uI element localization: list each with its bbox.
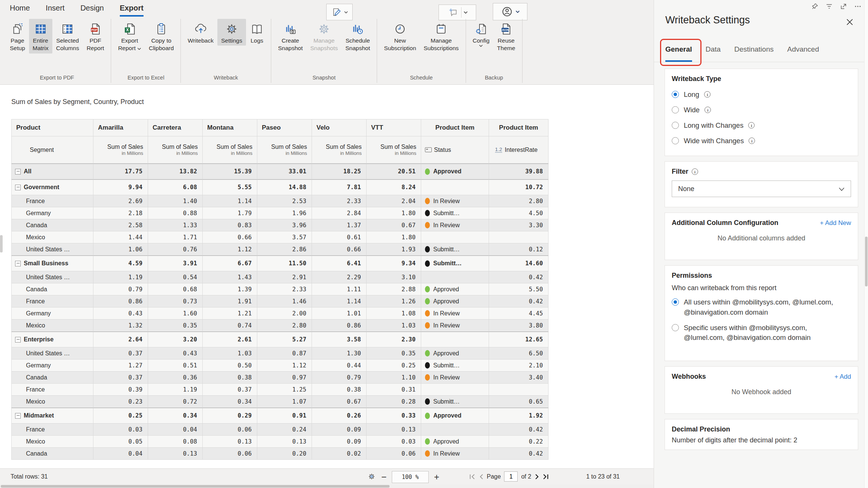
- matrix-interestrate-cell[interactable]: 12.65: [489, 332, 549, 347]
- matrix-status-cell[interactable]: Submitt…: [421, 207, 489, 219]
- matrix-row-header-mexico[interactable]: Mexico: [11, 436, 93, 448]
- matrix-value-cell[interactable]: 1.12: [257, 359, 312, 372]
- matrix-status-cell[interactable]: Approved: [421, 436, 489, 448]
- matrix-status-cell[interactable]: In Review: [421, 320, 489, 332]
- matrix-value-cell[interactable]: 1.12: [203, 243, 257, 255]
- matrix-measure-header[interactable]: Sum of Salesin Millions: [93, 136, 148, 164]
- ribbon-tab-insert[interactable]: Insert: [46, 4, 64, 17]
- user-account-button[interactable]: [493, 3, 527, 20]
- matrix-value-cell[interactable]: 0.68: [148, 283, 203, 295]
- ribbon-button-create-snapshot[interactable]: CreateSnapshot: [274, 19, 307, 54]
- matrix-value-cell[interactable]: 0.24: [257, 424, 312, 436]
- matrix-value-cell[interactable]: 0.38: [203, 372, 257, 384]
- matrix-value-cell[interactable]: 0.13: [367, 424, 421, 436]
- matrix-value-cell[interactable]: 6.67: [203, 255, 257, 271]
- matrix-row-header-small-business[interactable]: Small Business: [11, 255, 93, 271]
- matrix-value-cell[interactable]: 9.94: [93, 179, 148, 195]
- matrix-value-cell[interactable]: 1.26: [367, 295, 421, 307]
- matrix-interestrate-cell[interactable]: 0.12: [489, 243, 549, 255]
- permissions-option[interactable]: All users within @mobilitysys.com, @lume…: [672, 297, 851, 318]
- matrix-value-cell[interactable]: 20.51: [367, 164, 421, 179]
- matrix-value-cell[interactable]: 0.83: [203, 219, 257, 231]
- matrix-value-cell[interactable]: 2.88: [367, 283, 421, 295]
- matrix-row-header-united-states[interactable]: United States …: [11, 347, 93, 359]
- matrix-value-cell[interactable]: 2.64: [93, 332, 148, 347]
- matrix-value-cell[interactable]: 0.66: [203, 231, 257, 243]
- ribbon-button-export-report[interactable]: XExportReport: [114, 19, 145, 54]
- filter-icon[interactable]: [825, 2, 833, 10]
- last-page-icon[interactable]: [542, 474, 549, 480]
- matrix-value-cell[interactable]: 0.13: [148, 448, 203, 460]
- ribbon-button-pdf-report[interactable]: PDFPDFReport: [83, 19, 108, 54]
- matrix-row-header-germany[interactable]: Germany: [11, 359, 93, 372]
- radio-unselected[interactable]: [672, 137, 679, 144]
- matrix-value-cell[interactable]: 2.61: [203, 332, 257, 347]
- add-comment-button[interactable]: [439, 5, 476, 20]
- matrix-row-header-france[interactable]: France: [11, 295, 93, 307]
- page-input[interactable]: [504, 471, 518, 482]
- matrix-value-cell[interactable]: 0.20: [257, 448, 312, 460]
- matrix-value-cell[interactable]: 1.25: [257, 384, 312, 396]
- matrix-value-cell[interactable]: 0.08: [148, 436, 203, 448]
- matrix-value-cell[interactable]: 1.33: [148, 219, 203, 231]
- matrix-status-cell[interactable]: Submitt…: [421, 396, 489, 408]
- matrix-value-cell[interactable]: 0.86: [312, 320, 367, 332]
- matrix-interestrate-cell[interactable]: 0.42: [489, 295, 549, 307]
- matrix-value-cell[interactable]: 0.06: [203, 424, 257, 436]
- ribbon-button-new-subscription[interactable]: NewSubscription: [380, 19, 420, 54]
- matrix-value-cell[interactable]: 0.23: [93, 396, 148, 408]
- panel-tab-destinations[interactable]: Destinations: [734, 45, 774, 62]
- matrix-row-header-united-states[interactable]: United States …: [11, 271, 93, 283]
- collapse-icon[interactable]: [15, 185, 21, 190]
- panel-tab-data[interactable]: Data: [706, 45, 721, 62]
- edit-interactions-button[interactable]: [326, 4, 353, 20]
- horizontal-scrollbar-thumb[interactable]: [1, 485, 390, 488]
- collapse-icon[interactable]: [15, 169, 21, 174]
- matrix-value-cell[interactable]: 1.40: [148, 195, 203, 207]
- matrix-value-cell[interactable]: 0.06: [203, 448, 257, 460]
- matrix-interestrate-cell[interactable]: 6.50: [489, 347, 549, 359]
- matrix-value-cell[interactable]: 0.50: [203, 359, 257, 372]
- matrix-interestrate-cell[interactable]: 10.72: [489, 179, 549, 195]
- matrix-value-cell[interactable]: 1.80: [367, 231, 421, 243]
- matrix-column-header-product-item[interactable]: Product Item: [421, 119, 489, 136]
- matrix-value-cell[interactable]: 0.67: [312, 396, 367, 408]
- matrix-value-cell[interactable]: 0.13: [257, 436, 312, 448]
- matrix-status-cell[interactable]: Approved: [421, 164, 489, 179]
- matrix-value-cell[interactable]: 0.33: [367, 408, 421, 424]
- matrix-value-cell[interactable]: 1.06: [93, 243, 148, 255]
- matrix-row-header-canada[interactable]: Canada: [11, 448, 93, 460]
- ribbon-tab-export[interactable]: Export: [120, 4, 144, 17]
- matrix-value-cell[interactable]: 33.01: [257, 164, 312, 179]
- matrix-value-cell[interactable]: 1.14: [312, 295, 367, 307]
- matrix-value-cell[interactable]: 17.75: [93, 164, 148, 179]
- writeback-type-option-long-with-changes[interactable]: Long with Changes: [672, 118, 851, 133]
- info-icon[interactable]: [704, 107, 711, 113]
- matrix-row-header-canada[interactable]: Canada: [11, 372, 93, 384]
- matrix-value-cell[interactable]: 0.66: [312, 243, 367, 255]
- matrix-interestrate-cell[interactable]: [489, 231, 549, 243]
- matrix-row-header-france[interactable]: France: [11, 195, 93, 207]
- matrix-interestrate-cell[interactable]: 0.22: [489, 436, 549, 448]
- matrix-value-cell[interactable]: 0.86: [93, 295, 148, 307]
- matrix-value-cell[interactable]: 2.04: [367, 195, 421, 207]
- matrix-value-cell[interactable]: 0.09: [312, 436, 367, 448]
- matrix-value-cell[interactable]: 0.88: [148, 207, 203, 219]
- matrix-status-cell[interactable]: Approved: [421, 347, 489, 359]
- matrix-value-cell[interactable]: 0.36: [148, 372, 203, 384]
- matrix-row-header-united-states[interactable]: United States …: [11, 243, 93, 255]
- matrix-row-header-mexico[interactable]: Mexico: [11, 396, 93, 408]
- matrix-value-cell[interactable]: 0.35: [367, 347, 421, 359]
- matrix-interestrate-cell[interactable]: 4.50: [489, 207, 549, 219]
- matrix-status-cell[interactable]: [421, 231, 489, 243]
- matrix-value-cell[interactable]: 0.05: [93, 436, 148, 448]
- matrix-value-cell[interactable]: 1.07: [257, 396, 312, 408]
- matrix-status-cell[interactable]: [421, 179, 489, 195]
- matrix-column-header-product[interactable]: Product: [11, 119, 93, 136]
- matrix-value-cell[interactable]: 14.88: [257, 179, 312, 195]
- collapse-icon[interactable]: [15, 413, 21, 419]
- matrix-value-cell[interactable]: 0.39: [93, 384, 148, 396]
- ribbon-button-logs[interactable]: Logs: [246, 19, 268, 46]
- add-webhook-link[interactable]: + Add: [834, 373, 851, 381]
- matrix-value-cell[interactable]: 3.10: [367, 271, 421, 283]
